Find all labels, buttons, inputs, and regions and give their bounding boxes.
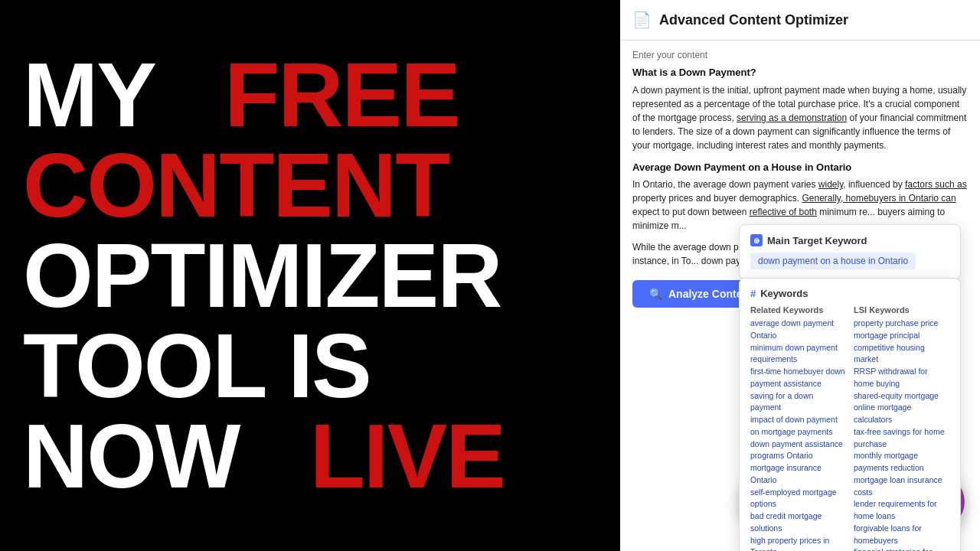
- related-keywords-col: Related Keywords average down payment On…: [750, 305, 846, 551]
- target-icon: ⊕: [750, 234, 763, 246]
- kw-lsi-9[interactable]: mortgage loan insurance costs: [854, 474, 949, 499]
- hero-line-5: TOOL IS: [23, 321, 597, 411]
- section1: What is a Down Payment? A down payment i…: [632, 65, 968, 152]
- kw-related-1[interactable]: average down payment Ontario: [750, 318, 846, 342]
- keywords-grid: Related Keywords average down payment On…: [750, 305, 949, 551]
- section2-heading: Average Down Payment on a House in Ontar…: [632, 160, 968, 175]
- hero-line-1: MY FREE: [23, 50, 597, 140]
- panel-header: 📄 Advanced Content Optimizer: [620, 0, 980, 41]
- kw-lsi-8[interactable]: monthly mortgage payments reduction: [854, 450, 949, 474]
- section2: Average Down Payment on a House in Ontar…: [632, 160, 968, 233]
- kw-lsi-2[interactable]: mortgage principal: [854, 330, 949, 342]
- kw-lsi-4[interactable]: RRSP withdrawal for home buying: [854, 366, 949, 390]
- kw-lsi-11[interactable]: forgivable loans for homebuyers: [854, 523, 949, 547]
- kw-lsi-7[interactable]: tax-free savings for home purchase: [854, 426, 949, 451]
- hero-section: MY FREE CONTENT OPTIMIZER TOOL IS NOW LI…: [0, 0, 620, 551]
- kw-related-8[interactable]: self-employed mortgage options: [750, 487, 846, 511]
- kw-lsi-3[interactable]: competitive housing market: [854, 342, 949, 367]
- kw-related-6[interactable]: down payment assistance programs Ontario: [750, 439, 846, 463]
- panel-title: Advanced Content Optimizer: [659, 12, 848, 28]
- kw-related-10[interactable]: high property prices in Toronto: [750, 535, 846, 552]
- keywords-overlay: # Keywords Related Keywords average down…: [739, 278, 961, 551]
- hero-line-3: CONTENT: [23, 140, 597, 230]
- kw-lsi-6[interactable]: online mortgage calculators: [854, 402, 949, 426]
- main-keyword-chip[interactable]: down payment on a house in Ontario: [750, 253, 916, 269]
- kw-related-7[interactable]: mortgage insurance Ontario: [750, 462, 846, 487]
- kw-related-9[interactable]: bad credit mortgage solutions: [750, 510, 846, 535]
- section2-body: In Ontario, the average down payment var…: [632, 179, 967, 231]
- lsi-keywords-col: LSI Keywords property purchase price mor…: [854, 305, 949, 551]
- keywords-header: # Keywords: [750, 288, 949, 299]
- kw-related-5[interactable]: impact of down payment on mortgage payme…: [750, 414, 846, 439]
- hero-line-6: NOW LIVE: [23, 411, 597, 501]
- kw-related-4[interactable]: saving for a down payment: [750, 390, 846, 415]
- document-icon: 📄: [632, 11, 652, 29]
- kw-related-3[interactable]: first-time homebuyer down payment assist…: [750, 366, 846, 390]
- kw-lsi-5[interactable]: shared-equity mortgage: [854, 390, 949, 403]
- enter-content-label: Enter your content: [632, 50, 968, 60]
- kw-related-2[interactable]: minimum down payment requirements: [750, 342, 846, 367]
- optimizer-panel: 📄 Advanced Content Optimizer Enter your …: [620, 0, 980, 551]
- kw-lsi-12[interactable]: financial strategies for homeownership: [854, 546, 949, 551]
- popup-header: ⊕ Main Target Keyword: [750, 234, 949, 246]
- search-icon: 🔍: [649, 288, 662, 300]
- keyword-popup: ⊕ Main Target Keyword down payment on a …: [739, 224, 961, 279]
- hash-icon: #: [750, 288, 756, 299]
- section1-heading: What is a Down Payment?: [632, 65, 968, 80]
- section1-body: A down payment is the initial, upfront p…: [632, 85, 966, 151]
- kw-lsi-1[interactable]: property purchase price: [854, 318, 949, 330]
- panel-content: Enter your content What is a Down Paymen…: [620, 41, 980, 551]
- kw-lsi-10[interactable]: lender requirements for home loans: [854, 498, 949, 523]
- hero-line-4: OPTIMIZER: [23, 230, 597, 321]
